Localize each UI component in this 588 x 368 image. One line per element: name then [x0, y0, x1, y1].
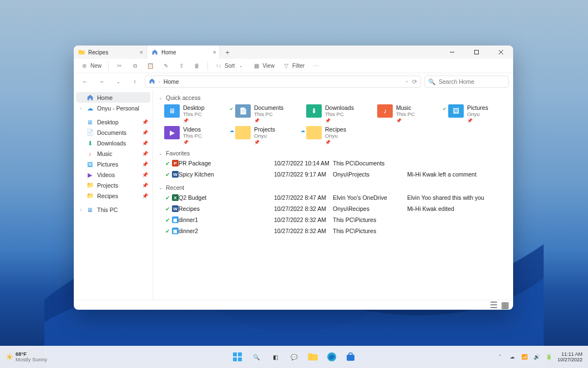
list-item[interactable]: ✔▦ dinner1 10/27/2022 8:32 AM This PC\Pi… [158, 214, 513, 225]
volume-icon[interactable]: 🔊 [533, 353, 541, 361]
sidebar-item-pictures[interactable]: 🖼Pictures📌 [76, 159, 150, 169]
taskbar: ☀ 68°F Mostly Sunny 🔍 ◧ 💬 ˄ ☁ 📶 🔊 🔋 11:1… [0, 346, 588, 368]
list-item[interactable]: ✔P PR Package 10/27/2022 10:14 AM This P… [158, 158, 513, 169]
new-tab-button[interactable]: + [220, 46, 235, 59]
pin-icon: 📌 [183, 140, 202, 145]
store-button[interactable] [343, 349, 358, 365]
expand-icon[interactable]: › [79, 207, 83, 213]
maximize-button[interactable] [464, 49, 489, 55]
up-button[interactable]: ↑ [128, 75, 141, 88]
more-button[interactable]: ⋯ [309, 60, 323, 72]
quick-access-downloads[interactable]: ⬇ Downloads This PC 📌 [306, 103, 377, 125]
list-item[interactable]: ✔▦ dinner2 10/27/2022 8:32 AM This PC\Pi… [158, 225, 513, 236]
tray-chevron-icon[interactable]: ˄ [496, 353, 504, 361]
sidebar-item-videos[interactable]: ▶Videos📌 [76, 169, 150, 180]
pin-icon: 📌 [254, 140, 275, 145]
quick-access-documents[interactable]: ✔ 📄 Documents This PC 📌 [235, 103, 306, 125]
list-item[interactable]: ✔W Recipes 10/27/2022 8:32 AM Onyu\Recip… [158, 203, 513, 214]
folder-icon: 📄 [235, 104, 251, 118]
rename-button[interactable]: ✎ [159, 60, 173, 72]
history-button[interactable]: ⌄ [111, 75, 125, 88]
sidebar-item-documents[interactable]: 📄Documents📌 [76, 127, 150, 138]
sidebar-item-recipes[interactable]: 📁Recipes📌 [76, 190, 150, 201]
clock[interactable]: 11:11 AM 10/27/2022 [557, 351, 582, 362]
quick-access-projects[interactable]: ☁ Projects Onyu 📌 [235, 125, 306, 147]
edge-button[interactable] [324, 349, 339, 365]
toolbar: ⊕ New ✂ ⧉ 📋 ✎ ⇪ 🗑 ↑↓Sort ⌄ ▦View ▽Filter… [74, 59, 513, 73]
image-icon: ▦ [172, 228, 179, 234]
breadcrumb-sep: › [159, 79, 160, 84]
svg-rect-7 [233, 357, 237, 361]
quick-access-recipes[interactable]: ☁ Recipes Onyu 📌 [306, 125, 377, 147]
task-view-button[interactable]: ◧ [267, 349, 283, 365]
share-button[interactable]: ⇪ [174, 60, 189, 72]
wifi-icon[interactable]: 📶 [521, 353, 529, 361]
list-item[interactable]: ✔X Q2 Budget 10/27/2022 8:47 AM Elvin Yo… [158, 192, 513, 203]
svg-rect-11 [349, 353, 352, 355]
sync-badge-icon: ✔ [443, 107, 447, 112]
content-pane: ⌄ Quick access 🖥 Desktop This PC 📌 ✔ 📄 D… [153, 90, 513, 300]
address-bar[interactable]: › Home ⌄ ⟳ [145, 75, 421, 88]
sun-icon: ☀ [6, 352, 13, 362]
group-quick-access[interactable]: ⌄ Quick access [158, 93, 513, 102]
sidebar-item-desktop[interactable]: 🖥Desktop📌 [76, 117, 150, 127]
search-box[interactable]: 🔍 [424, 75, 509, 88]
sidebar-item-onedrive[interactable]: › ☁ Onyu - Personal [76, 103, 150, 113]
sidebar-item-downloads[interactable]: ⬇Downloads📌 [76, 138, 150, 148]
sidebar-item-home[interactable]: Home [76, 92, 150, 103]
battery-icon[interactable]: 🔋 [545, 353, 553, 361]
quick-access-desktop[interactable]: 🖥 Desktop This PC 📌 [164, 103, 235, 125]
sort-button[interactable]: ↑↓Sort ⌄ [211, 60, 248, 72]
chat-button[interactable]: 💬 [286, 349, 302, 365]
chevron-down-icon[interactable]: ⌄ [405, 78, 409, 85]
sidebar-item-thispc[interactable]: › 🖥 This PC [76, 204, 150, 215]
cut-button[interactable]: ✂ [112, 60, 126, 72]
quick-access-music[interactable]: ♪ Music This PC 📌 [377, 103, 448, 125]
delete-button[interactable]: 🗑 [190, 60, 204, 72]
back-button[interactable]: ← [78, 75, 92, 88]
tab-recipes[interactable]: Recipes × [74, 46, 147, 59]
weather-widget[interactable]: ☀ 68°F Mostly Sunny [6, 351, 47, 362]
pin-icon: 📌 [142, 119, 148, 125]
filter-button[interactable]: ▽Filter [279, 60, 308, 72]
chevron-down-icon: ⌄ [159, 185, 163, 190]
minimize-button[interactable] [440, 49, 464, 55]
navigation-pane: Home › ☁ Onyu - Personal 🖥Desktop📌📄Docum… [74, 90, 153, 300]
group-recent[interactable]: ⌄ Recent [158, 183, 513, 192]
details-view-button[interactable]: ☰ [490, 301, 498, 309]
close-window-button[interactable] [489, 49, 513, 55]
start-button[interactable] [230, 349, 245, 365]
sidebar-item-music[interactable]: ♪Music📌 [76, 148, 150, 159]
explorer-taskbar-button[interactable] [305, 349, 321, 365]
home-icon [149, 78, 155, 85]
rename-icon: ✎ [162, 62, 170, 70]
onedrive-tray-icon[interactable]: ☁ [509, 353, 516, 361]
quick-access-videos[interactable]: ▶ Videos This PC 📌 [164, 125, 235, 147]
status-icon: ✔ [164, 205, 171, 212]
pin-icon: 📌 [142, 140, 148, 146]
refresh-icon[interactable]: ⟳ [412, 78, 417, 85]
expand-icon[interactable]: › [79, 105, 83, 111]
search-input[interactable] [439, 78, 505, 85]
list-item[interactable]: ✔W Spicy Kitchen 10/27/2022 9:17 AM Onyu… [158, 169, 513, 180]
tab-home[interactable]: Home × [147, 46, 220, 59]
thumbnails-view-button[interactable]: ▦ [501, 301, 509, 309]
new-button[interactable]: ⊕ New [77, 60, 105, 72]
breadcrumb[interactable]: Home [164, 78, 179, 85]
group-favorites[interactable]: ⌄ Favorites [158, 149, 513, 158]
excel-icon: X [172, 194, 179, 201]
search-button[interactable]: 🔍 [249, 349, 264, 365]
view-button[interactable]: ▦View [249, 60, 278, 72]
trash-icon: 🗑 [193, 62, 201, 70]
word-icon: W [172, 171, 179, 178]
folder-icon: ▶ [164, 126, 180, 139]
paste-button[interactable]: 📋 [143, 60, 158, 72]
forward-button[interactable]: → [95, 75, 108, 88]
copy-button[interactable]: ⧉ [128, 60, 142, 72]
close-tab-icon[interactable]: × [140, 49, 143, 56]
word-icon: W [172, 205, 179, 212]
close-tab-icon[interactable]: × [213, 49, 216, 56]
sidebar-item-projects[interactable]: 📁Projects📌 [76, 180, 150, 190]
quick-access-pictures[interactable]: ✔ 🖼 Pictures Onyu 📌 [448, 103, 513, 125]
folder-icon: ⬇ [86, 139, 94, 147]
